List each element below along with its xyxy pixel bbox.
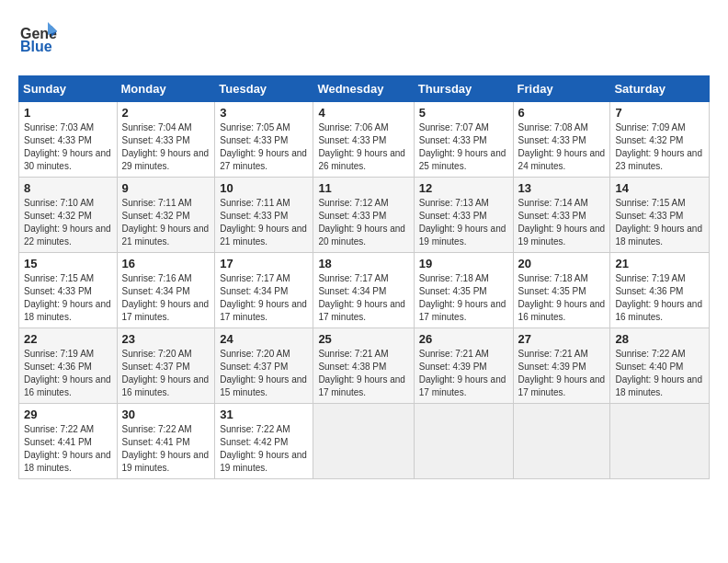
day-info: Sunrise: 7:18 AMSunset: 4:35 PMDaylight:… <box>518 273 606 322</box>
day-number: 15 <box>24 257 112 270</box>
calendar-cell: 31 Sunrise: 7:22 AMSunset: 4:42 PMDaylig… <box>215 404 313 479</box>
day-number: 16 <box>122 257 210 270</box>
day-info: Sunrise: 7:11 AMSunset: 4:33 PMDaylight:… <box>220 198 307 247</box>
day-number: 10 <box>220 181 308 195</box>
calendar-cell: 22 Sunrise: 7:19 AMSunset: 4:36 PMDaylig… <box>19 328 118 404</box>
day-info: Sunrise: 7:16 AMSunset: 4:34 PMDaylight:… <box>122 273 210 322</box>
day-number: 7 <box>615 106 704 120</box>
weekday-header-thursday: Thursday <box>414 76 513 102</box>
day-info: Sunrise: 7:12 AMSunset: 4:33 PMDaylight:… <box>318 198 405 247</box>
calendar-week-3: 15 Sunrise: 7:15 AMSunset: 4:33 PMDaylig… <box>19 253 710 328</box>
day-number: 26 <box>419 332 508 346</box>
calendar-cell: 28 Sunrise: 7:22 AMSunset: 4:40 PMDaylig… <box>610 328 710 404</box>
day-info: Sunrise: 7:15 AMSunset: 4:33 PMDaylight:… <box>24 273 111 322</box>
calendar-cell: 20 Sunrise: 7:18 AMSunset: 4:35 PMDaylig… <box>513 253 610 328</box>
day-info: Sunrise: 7:18 AMSunset: 4:35 PMDaylight:… <box>419 273 506 322</box>
day-info: Sunrise: 7:21 AMSunset: 4:39 PMDaylight:… <box>518 349 606 397</box>
day-info: Sunrise: 7:06 AMSunset: 4:33 PMDaylight:… <box>318 122 405 171</box>
calendar-cell: 29 Sunrise: 7:22 AMSunset: 4:41 PMDaylig… <box>19 404 118 479</box>
logo: General Blue <box>18 18 61 61</box>
day-info: Sunrise: 7:15 AMSunset: 4:33 PMDaylight:… <box>615 198 702 247</box>
day-number: 31 <box>220 408 308 421</box>
weekday-header-sunday: Sunday <box>19 76 118 102</box>
calendar-cell: 12 Sunrise: 7:13 AMSunset: 4:33 PMDaylig… <box>414 178 513 253</box>
calendar-cell: 19 Sunrise: 7:18 AMSunset: 4:35 PMDaylig… <box>414 253 513 328</box>
calendar-cell: 30 Sunrise: 7:22 AMSunset: 4:41 PMDaylig… <box>117 404 215 479</box>
calendar-cell: 14 Sunrise: 7:15 AMSunset: 4:33 PMDaylig… <box>610 178 710 253</box>
day-info: Sunrise: 7:07 AMSunset: 4:33 PMDaylight:… <box>419 122 506 171</box>
weekday-header-wednesday: Wednesday <box>313 76 414 102</box>
calendar-cell: 9 Sunrise: 7:11 AMSunset: 4:32 PMDayligh… <box>117 178 215 253</box>
day-info: Sunrise: 7:08 AMSunset: 4:33 PMDaylight:… <box>518 122 606 171</box>
svg-text:Blue: Blue <box>20 39 52 54</box>
calendar-cell: 7 Sunrise: 7:09 AMSunset: 4:32 PMDayligh… <box>610 102 710 178</box>
day-info: Sunrise: 7:04 AMSunset: 4:33 PMDaylight:… <box>122 122 210 171</box>
day-number: 8 <box>24 181 112 195</box>
weekday-header-friday: Friday <box>513 76 610 102</box>
calendar-cell: 23 Sunrise: 7:20 AMSunset: 4:37 PMDaylig… <box>117 328 215 404</box>
calendar-cell: 25 Sunrise: 7:21 AMSunset: 4:38 PMDaylig… <box>313 328 414 404</box>
day-info: Sunrise: 7:22 AMSunset: 4:42 PMDaylight:… <box>220 424 307 473</box>
calendar-week-1: 1 Sunrise: 7:03 AMSunset: 4:33 PMDayligh… <box>19 102 710 178</box>
day-info: Sunrise: 7:10 AMSunset: 4:32 PMDaylight:… <box>24 198 111 247</box>
calendar-cell: 27 Sunrise: 7:21 AMSunset: 4:39 PMDaylig… <box>513 328 610 404</box>
day-info: Sunrise: 7:13 AMSunset: 4:33 PMDaylight:… <box>419 198 506 247</box>
weekday-header-tuesday: Tuesday <box>215 76 313 102</box>
day-number: 24 <box>220 332 308 346</box>
weekday-header-saturday: Saturday <box>610 76 710 102</box>
calendar-cell: 26 Sunrise: 7:21 AMSunset: 4:39 PMDaylig… <box>414 328 513 404</box>
day-number: 4 <box>318 106 408 120</box>
day-number: 23 <box>122 332 210 346</box>
day-number: 18 <box>318 257 408 270</box>
calendar-cell: 15 Sunrise: 7:15 AMSunset: 4:33 PMDaylig… <box>19 253 118 328</box>
day-number: 13 <box>518 181 606 195</box>
day-info: Sunrise: 7:21 AMSunset: 4:39 PMDaylight:… <box>419 349 506 397</box>
day-number: 11 <box>318 181 408 195</box>
day-number: 9 <box>122 181 210 195</box>
calendar-cell <box>513 404 610 479</box>
calendar-cell <box>610 404 710 479</box>
day-info: Sunrise: 7:17 AMSunset: 4:34 PMDaylight:… <box>220 273 307 322</box>
day-info: Sunrise: 7:17 AMSunset: 4:34 PMDaylight:… <box>318 273 405 322</box>
calendar-cell: 1 Sunrise: 7:03 AMSunset: 4:33 PMDayligh… <box>19 102 118 178</box>
day-number: 27 <box>518 332 606 346</box>
calendar-week-2: 8 Sunrise: 7:10 AMSunset: 4:32 PMDayligh… <box>19 178 710 253</box>
day-number: 20 <box>518 257 606 270</box>
calendar-cell: 4 Sunrise: 7:06 AMSunset: 4:33 PMDayligh… <box>313 102 414 178</box>
calendar-cell: 8 Sunrise: 7:10 AMSunset: 4:32 PMDayligh… <box>19 178 118 253</box>
calendar-cell: 5 Sunrise: 7:07 AMSunset: 4:33 PMDayligh… <box>414 102 513 178</box>
day-number: 3 <box>220 106 308 120</box>
day-info: Sunrise: 7:22 AMSunset: 4:41 PMDaylight:… <box>24 424 111 473</box>
day-info: Sunrise: 7:19 AMSunset: 4:36 PMDaylight:… <box>615 273 702 322</box>
day-number: 5 <box>419 106 508 120</box>
day-number: 1 <box>24 106 112 120</box>
calendar-cell: 6 Sunrise: 7:08 AMSunset: 4:33 PMDayligh… <box>513 102 610 178</box>
day-number: 21 <box>615 257 704 270</box>
day-info: Sunrise: 7:19 AMSunset: 4:36 PMDaylight:… <box>24 349 111 397</box>
day-number: 28 <box>615 332 704 346</box>
day-number: 25 <box>318 332 408 346</box>
day-number: 6 <box>518 106 606 120</box>
calendar-cell: 21 Sunrise: 7:19 AMSunset: 4:36 PMDaylig… <box>610 253 710 328</box>
day-info: Sunrise: 7:20 AMSunset: 4:37 PMDaylight:… <box>122 349 210 397</box>
day-info: Sunrise: 7:05 AMSunset: 4:33 PMDaylight:… <box>220 122 307 171</box>
calendar-cell: 18 Sunrise: 7:17 AMSunset: 4:34 PMDaylig… <box>313 253 414 328</box>
calendar-week-4: 22 Sunrise: 7:19 AMSunset: 4:36 PMDaylig… <box>19 328 710 404</box>
day-number: 14 <box>615 181 704 195</box>
calendar-cell: 3 Sunrise: 7:05 AMSunset: 4:33 PMDayligh… <box>215 102 313 178</box>
day-number: 22 <box>24 332 112 346</box>
calendar-week-5: 29 Sunrise: 7:22 AMSunset: 4:41 PMDaylig… <box>19 404 710 479</box>
day-number: 30 <box>122 408 210 421</box>
day-info: Sunrise: 7:09 AMSunset: 4:32 PMDaylight:… <box>615 122 702 171</box>
day-number: 12 <box>419 181 508 195</box>
day-number: 17 <box>220 257 308 270</box>
calendar-table: SundayMondayTuesdayWednesdayThursdayFrid… <box>18 75 710 479</box>
calendar-cell: 16 Sunrise: 7:16 AMSunset: 4:34 PMDaylig… <box>117 253 215 328</box>
calendar-cell: 11 Sunrise: 7:12 AMSunset: 4:33 PMDaylig… <box>313 178 414 253</box>
day-number: 2 <box>122 106 210 120</box>
weekday-header-monday: Monday <box>117 76 215 102</box>
day-info: Sunrise: 7:22 AMSunset: 4:41 PMDaylight:… <box>122 424 210 473</box>
calendar-cell <box>414 404 513 479</box>
page-header: General Blue <box>18 18 710 61</box>
day-info: Sunrise: 7:20 AMSunset: 4:37 PMDaylight:… <box>220 349 307 397</box>
